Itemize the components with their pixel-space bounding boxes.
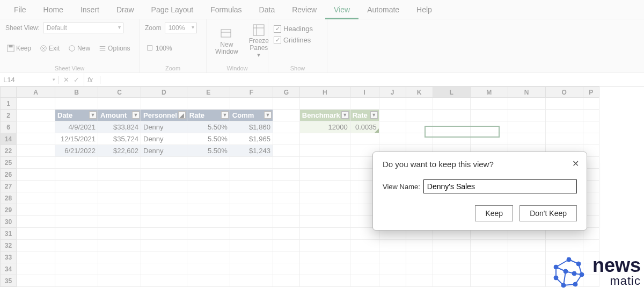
dropdown-icon[interactable]: ▼ <box>264 111 272 119</box>
col-header[interactable]: E <box>187 87 230 98</box>
col-header[interactable]: A <box>17 87 55 98</box>
cell[interactable] <box>55 263 98 275</box>
cell[interactable] <box>141 228 187 240</box>
cell[interactable] <box>299 275 350 287</box>
sheet-view-select[interactable]: Default <box>43 23 123 33</box>
cell[interactable] <box>273 110 299 121</box>
cancel-icon[interactable]: ✕ <box>63 76 69 84</box>
col-header[interactable]: I <box>350 87 379 98</box>
row-header[interactable]: 31 <box>1 228 17 240</box>
cell[interactable]: Denny <box>141 145 187 157</box>
cell[interactable] <box>230 216 273 228</box>
cell[interactable] <box>55 157 98 169</box>
row-header[interactable]: 25 <box>1 157 17 169</box>
tab-help[interactable]: Help <box>408 0 441 19</box>
cell[interactable] <box>470 263 508 275</box>
cell[interactable] <box>545 240 583 251</box>
cell[interactable] <box>273 145 299 157</box>
cell[interactable] <box>470 240 508 251</box>
cell[interactable]: $22,602 <box>98 145 141 157</box>
cell[interactable] <box>470 110 508 121</box>
cell[interactable] <box>98 98 141 110</box>
cell[interactable] <box>545 110 583 121</box>
cell[interactable] <box>350 275 379 287</box>
cell[interactable]: Amount▼ <box>98 110 141 121</box>
cell[interactable] <box>17 133 55 145</box>
cell[interactable]: $1,243 <box>230 145 273 157</box>
cell[interactable] <box>273 133 299 145</box>
new-button[interactable]: New <box>67 44 92 53</box>
cell[interactable] <box>273 98 299 110</box>
cell[interactable] <box>98 204 141 216</box>
cell[interactable] <box>470 251 508 263</box>
row-header[interactable]: 32 <box>1 240 17 251</box>
cell[interactable] <box>187 263 230 275</box>
zoom-100-button[interactable]: 100% <box>145 44 174 53</box>
cell[interactable] <box>406 263 433 275</box>
cell[interactable] <box>98 240 141 251</box>
cell[interactable] <box>17 121 55 133</box>
cell[interactable] <box>230 204 273 216</box>
cell[interactable] <box>55 169 98 181</box>
cell[interactable] <box>17 251 55 263</box>
cell[interactable] <box>17 204 55 216</box>
cell[interactable]: 0.0035 <box>350 121 379 133</box>
cell[interactable] <box>141 181 187 192</box>
col-header[interactable]: O <box>545 87 583 98</box>
cell[interactable] <box>98 192 141 204</box>
cell[interactable] <box>230 263 273 275</box>
exit-button[interactable]: Exit <box>38 44 61 53</box>
cell[interactable] <box>273 181 299 192</box>
col-header[interactable]: L <box>433 87 470 98</box>
cell[interactable] <box>17 181 55 192</box>
keep-button[interactable]: Keep <box>5 44 33 53</box>
new-window-button[interactable]: New Window <box>212 26 241 56</box>
row-header[interactable]: 30 <box>1 216 17 228</box>
row-header[interactable]: 1 <box>1 98 17 110</box>
cell[interactable] <box>433 98 470 110</box>
cell[interactable] <box>98 169 141 181</box>
cell[interactable] <box>98 181 141 192</box>
dropdown-icon[interactable]: ▼ <box>132 111 140 119</box>
tab-draw[interactable]: Draw <box>108 0 143 19</box>
cell[interactable] <box>299 216 350 228</box>
cell[interactable] <box>299 263 350 275</box>
cell[interactable] <box>508 121 545 133</box>
cell[interactable] <box>406 121 433 133</box>
cell[interactable] <box>230 192 273 204</box>
cell[interactable] <box>508 110 545 121</box>
cell[interactable]: $1,860 <box>230 121 273 133</box>
view-name-input[interactable] <box>423 179 577 193</box>
cell[interactable] <box>187 192 230 204</box>
cell[interactable]: Date▼ <box>55 110 98 121</box>
cell[interactable] <box>273 275 299 287</box>
accept-icon[interactable]: ✓ <box>74 76 79 84</box>
col-header[interactable]: C <box>98 87 141 98</box>
cell[interactable]: Denny <box>141 133 187 145</box>
cell[interactable] <box>141 98 187 110</box>
row-header[interactable]: 26 <box>1 169 17 181</box>
cell[interactable] <box>141 204 187 216</box>
tab-review[interactable]: Review <box>283 0 325 19</box>
cell[interactable] <box>545 98 583 110</box>
tab-automate[interactable]: Automate <box>358 0 408 19</box>
cell[interactable] <box>273 192 299 204</box>
cell[interactable] <box>350 263 379 275</box>
row-header[interactable]: 28 <box>1 192 17 204</box>
cell[interactable] <box>55 181 98 192</box>
cell[interactable] <box>187 275 230 287</box>
row-header[interactable]: 22 <box>1 145 17 157</box>
tab-home[interactable]: Home <box>35 0 72 19</box>
cell[interactable]: 12000 <box>299 121 350 133</box>
cell[interactable]: $1,965 <box>230 133 273 145</box>
cell[interactable] <box>406 240 433 251</box>
gridlines-checkbox[interactable]: ✓Gridlines <box>274 36 321 44</box>
cell[interactable] <box>470 133 508 145</box>
cell[interactable] <box>17 192 55 204</box>
cell[interactable] <box>299 240 350 251</box>
cell[interactable] <box>273 251 299 263</box>
cell[interactable] <box>273 204 299 216</box>
cell[interactable]: 4/9/2021 <box>55 121 98 133</box>
cell[interactable] <box>350 98 379 110</box>
cell[interactable] <box>470 98 508 110</box>
